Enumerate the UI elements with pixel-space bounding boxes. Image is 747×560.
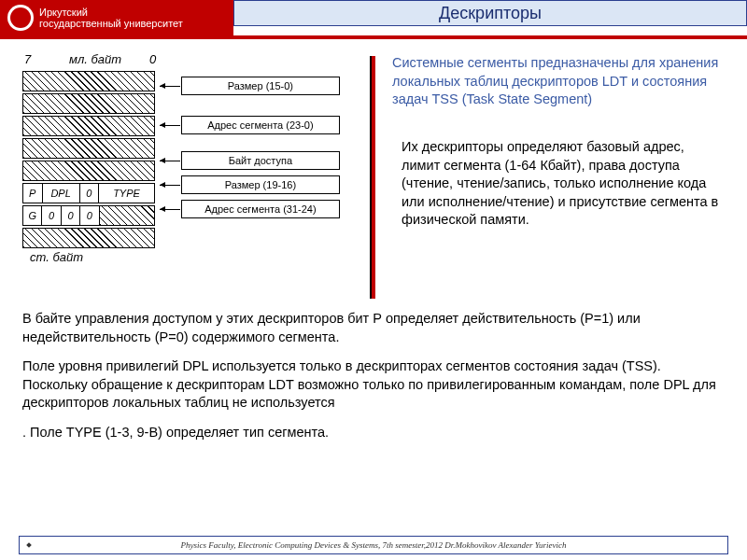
access-byte-row: P DPL 0 TYPE [22, 183, 155, 203]
label-addr1: Адрес сегмента (23-0) [181, 116, 340, 134]
bit-label-0: 0 [149, 52, 156, 66]
university-logo-area: Иркутский государственный университет [0, 0, 233, 35]
size-byte-row: G 0 0 0 [22, 205, 155, 226]
byte-row [22, 93, 155, 114]
bit-type: TYPE [99, 184, 154, 203]
label-size2: Размер (19-16) [181, 175, 340, 194]
st-byte-label: ст. байт [30, 250, 155, 264]
label-access: Байт доступа [181, 151, 340, 170]
paragraph-1: Системные сегменты предназначены для хра… [392, 54, 728, 109]
paragraph-2: Их дескрипторы определяют базовый адрес,… [402, 138, 724, 230]
footer-credit: Physics Faculty, Electronic Computing De… [19, 536, 728, 554]
vertical-red-bar [370, 56, 375, 299]
page-title: Дескрипторы [233, 0, 747, 26]
ml-byte-label: мл. байт [69, 52, 121, 66]
descriptor-diagram: 7 мл. байт 0 P DPL 0 TYPE G 0 0 0 [22, 52, 340, 264]
byte-row [22, 138, 155, 159]
bit-0: 0 [62, 206, 80, 225]
bit-dpl: DPL [43, 184, 80, 203]
university-name-2: государственный университет [39, 18, 183, 29]
bit-g: G [23, 206, 42, 225]
byte-row [22, 71, 155, 91]
bit-label-7: 7 [24, 52, 31, 66]
bit-0: 0 [42, 206, 61, 225]
university-name-1: Иркутский [39, 7, 183, 18]
paragraph-4: Поле уровня привилегий DPL используется … [22, 357, 723, 413]
bit-0: 0 [80, 184, 100, 203]
label-size: Размер (15-0) [181, 77, 340, 95]
divider [0, 35, 747, 39]
label-addr2: Адрес сегмента (31-24) [181, 200, 340, 218]
byte-row [22, 116, 155, 136]
paragraph-3: В байте управления доступом у этих дескр… [22, 310, 723, 346]
bit-p: P [23, 184, 43, 203]
bit-hatched [100, 206, 154, 225]
byte-row [22, 161, 155, 181]
logo-icon [7, 5, 34, 31]
bit-0: 0 [80, 206, 99, 225]
byte-row [22, 228, 155, 248]
paragraph-5: . Поле TYPE (1-3, 9-B) определяет тип се… [22, 424, 723, 442]
